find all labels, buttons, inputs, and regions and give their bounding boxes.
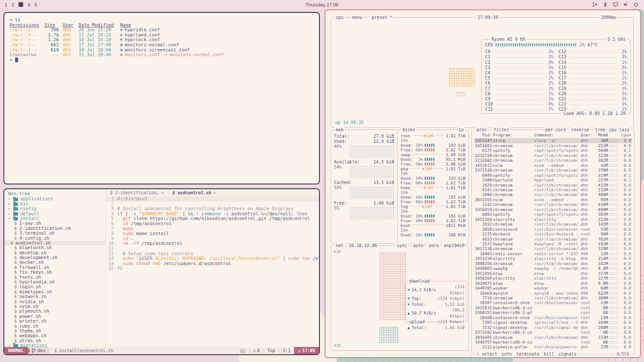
plugin-icon: ◎	[253, 348, 256, 353]
process-row[interactable]: 2572XwaylandXwayland :0 -rootldhh193M0.0	[474, 241, 632, 246]
process-row[interactable]: 3212682chromium/usr/lib/chromium/dhh362M…	[474, 158, 632, 163]
net-auto-button[interactable]: auto	[412, 243, 425, 248]
core-name: C13	[559, 54, 569, 59]
proc-column-header[interactable]: MemB	[593, 133, 608, 137]
tree-file-3-terminal.sh[interactable]: $3-terminal.sh	[8, 231, 106, 235]
process-row[interactable]: 2932chromium/usr/lib/chromium/dhh145M0.0	[474, 222, 632, 226]
process-row[interactable]: 2112pipewire-pulse/usr/bin/pipewire-dhh2…	[474, 344, 632, 349]
prompt-icon: ➜	[9, 57, 12, 62]
bluetooth-icon[interactable]	[602, 2, 608, 7]
close-icon[interactable]: ×	[161, 190, 164, 195]
process-row[interactable]: 3452612nvimnvim --embed .dhh43M0.0	[474, 163, 632, 168]
tab-inactive[interactable]: $ 2-identification…×	[110, 190, 164, 195]
process-row[interactable]: 3451693chromium/usr/lib/chromium/dhh253M…	[474, 143, 632, 148]
tree-toggle[interactable]: tree	[594, 127, 607, 133]
process-row[interactable]: 3050491chromium/usr/lib/chromium/dhh233M…	[474, 335, 632, 340]
process-row[interactable]: 3449797kworker/u96:4-coroot0B0.0	[474, 340, 632, 344]
proc-footer-button[interactable]: info	[501, 351, 512, 357]
workspace-button-2[interactable]: 2	[12, 2, 14, 7]
process-row[interactable]: 7716chromium/usr/lib/chromium/dhh309M0.0	[474, 296, 632, 300]
process-row[interactable]: 3452264alacrittyalacrittydhh212M0.0	[474, 217, 632, 222]
proc-footer-button[interactable]: ↑ select	[477, 351, 497, 357]
display-icon[interactable]	[613, 2, 618, 7]
power-icon[interactable]	[633, 2, 639, 7]
reverse-toggle[interactable]: reverse	[570, 127, 590, 133]
process-row[interactable]: 6003spotify/opt/spotify/spotidhh383M0.0	[474, 212, 632, 217]
process-row[interactable]: 3232739chromium/usr/lib/chromium/dhh322M…	[474, 153, 632, 158]
process-row[interactable]: 3373182kworker/u96:1-coroot0B0.0	[474, 330, 632, 335]
process-row[interactable]: 3453347slurpslurp -ordhh38M0.0	[474, 138, 632, 143]
tab-active[interactable]: $ asdcontrol.sh×	[172, 190, 216, 195]
cpu-mini-graph	[609, 331, 618, 334]
net-box-title[interactable]: net	[334, 243, 345, 248]
io-toggle[interactable]: io	[457, 127, 465, 133]
proc-footer-button[interactable]: signals	[559, 351, 577, 357]
process-row[interactable]: 18397containerd-shim/usr/bin/containerro…	[474, 300, 632, 305]
process-row[interactable]: 2884chromium/usr/lib/chromium/dhh488M0.0	[474, 192, 632, 197]
proc-footer-button[interactable]: terminate	[516, 351, 539, 357]
process-row[interactable]: 3449803swaybgswaybg -i /home/dhdhh8.0M0.…	[474, 266, 632, 271]
workspace-button-3[interactable]	[18, 2, 23, 7]
process-row[interactable]: 6040spotify/opt/spotify/spotidhh319M0.2	[474, 173, 632, 178]
sort-selector[interactable]: cpu lazy	[608, 127, 631, 133]
close-icon[interactable]: ×	[213, 190, 216, 195]
process-row[interactable]: 18408containerd-shim/usr/bin/containerro…	[474, 315, 632, 320]
tree-folder-migrations[interactable]: ▸migrations	[8, 343, 106, 347]
process-row[interactable]: 2929chromium/usr/lib/chromium/dhh415M0.0	[474, 183, 632, 187]
core-percent: 2%	[545, 86, 553, 91]
tree-file-fix-fkeys.sh[interactable]: $fix-fkeys.sh	[8, 270, 106, 275]
update-interval[interactable]: 2000ms	[600, 15, 618, 20]
process-row[interactable]: 3033165nvimnvim --embed .dhh95M0.0	[474, 197, 632, 202]
process-row[interactable]: 2175dockerd/usr/bin/dockerd -root96M0.0	[474, 232, 632, 236]
proc-column-header[interactable]: Command:	[534, 133, 580, 137]
process-row[interactable]: 3142chromium/usr/lib/chromium/dhh430M0.0	[474, 202, 632, 207]
workspace-button-1[interactable]: 1	[5, 2, 7, 7]
process-row[interactable]: 18469mysqldmysqld --max-conne999632M0.0	[474, 291, 632, 296]
per-core-toggle[interactable]: per-core	[544, 127, 567, 133]
workspace-button-5[interactable]: 5	[34, 2, 37, 7]
proc-box-title[interactable]: proc	[475, 127, 488, 133]
process-row[interactable]: 7305signal-desktop/proc/self/exe --tdhh3…	[474, 320, 632, 325]
program-cell: slurp	[493, 138, 533, 143]
tree-file-network.sh[interactable]: $network.sh	[8, 294, 106, 299]
process-row[interactable]: 3034075btopbtopdhh9.0M0.0	[474, 281, 632, 286]
net-sync-button[interactable]: sync	[395, 243, 408, 248]
process-row[interactable]: 3450269alacrittyalacrittydhh227M0.0	[474, 276, 632, 281]
process-row[interactable]: 4033chromium/usr/lib/chromium/dhh701M0.0	[474, 237, 632, 241]
process-row[interactable]: 4141chromium/usr/lib/chromium/dhh235M0.0	[474, 187, 632, 192]
process-row[interactable]: 3425932kworker/u96:3-coroot0B0.0	[474, 305, 632, 310]
proc-column-header[interactable]: Pid:	[474, 133, 492, 137]
process-row[interactable]: 2488HyprlandHyprlanddhh227M0.1	[474, 178, 632, 182]
workspace-button-4[interactable]: 4	[27, 2, 30, 7]
process-row[interactable]: 6175spotify/opt/spotify/spotidhh504M0.1	[474, 148, 632, 153]
net-zero-button[interactable]: zero	[427, 243, 440, 248]
proc-column-header[interactable]: Cpu%	[619, 133, 631, 137]
net-interface[interactable]: enp194s0	[443, 243, 466, 248]
process-row[interactable]: 3360155kworker/u96:2-gfroot0B0.0	[474, 310, 632, 315]
process-row[interactable]: 3017238chromium/usr/lib/chromium/dhh329M…	[474, 246, 632, 251]
proc-footer-button[interactable]: kill	[544, 351, 554, 357]
tree-file-printer.sh[interactable]: $printer.sh	[8, 319, 106, 323]
filter-button[interactable]: filter	[492, 127, 510, 133]
disks-box-title[interactable]: disks	[401, 127, 416, 133]
process-row[interactable]: 3451456btopbtopdhh227M0.0	[474, 271, 632, 276]
process-row[interactable]: 7232signal-desktop/usr/lib/signal-dedhh2…	[474, 325, 632, 330]
process-row[interactable]: 3451439alacrittyalacritty -e btopdhh214M…	[474, 256, 632, 261]
process-row[interactable]: 2058containerd/usr/bin/containerroot55M0…	[474, 227, 632, 232]
code-area[interactable]: 1#!/bin/bash2 3# Install asdcontrol for …	[106, 196, 319, 347]
disk-size: 1021 MiB	[446, 223, 465, 228]
shell-prompt-line[interactable]: ➜	[9, 57, 314, 63]
process-row[interactable]: 18483redis-serverredis-server *:63799912…	[474, 251, 632, 256]
process-row[interactable]: 3371538chromium/usr/lib/chromium/dhh370M…	[474, 168, 632, 172]
logout-icon[interactable]	[592, 2, 598, 7]
process-row[interactable]: 3008356chromium/usr/lib/chromium/dhh342M…	[474, 261, 632, 266]
tree-folder-config[interactable]: ▸config	[8, 206, 106, 211]
tree-file-bluetooth.sh[interactable]: $bluetooth.sh	[8, 245, 106, 250]
mem-box-title[interactable]: mem	[334, 127, 345, 133]
process-row[interactable]: 3356654chromium/usr/lib/chromium/dhh400M…	[474, 207, 632, 212]
proc-column-header[interactable]: Program:	[493, 133, 533, 137]
separator: │	[275, 348, 283, 353]
process-row[interactable]: 3449785waybarwaybardhh64M0.0	[474, 286, 632, 290]
proc-column-header[interactable]: User:	[580, 133, 592, 137]
volume-icon[interactable]	[623, 2, 629, 7]
